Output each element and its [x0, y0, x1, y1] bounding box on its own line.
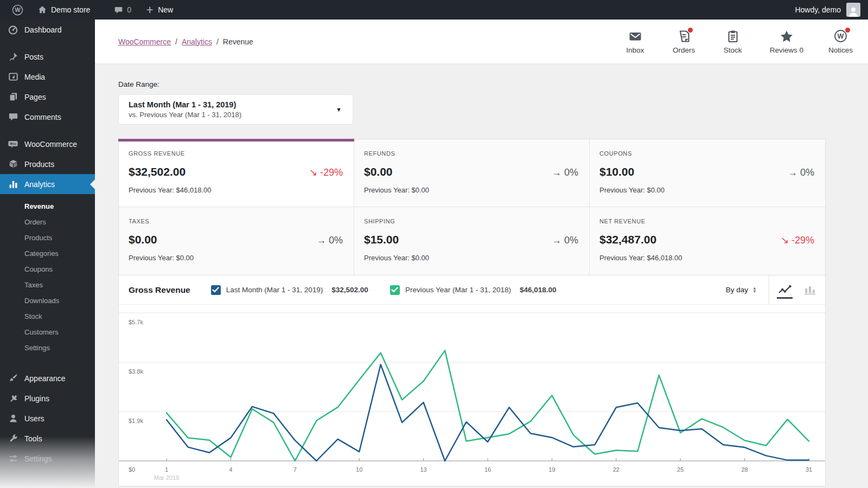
breadcrumb-current: Revenue: [223, 37, 253, 46]
legend-item-last-month-mar-1-31-2019[interactable]: Last Month (Mar 1 - 31, 2019) $32,502.00: [211, 285, 368, 295]
sidebar-item-label: Plugins: [24, 394, 49, 403]
breadcrumb-separator: /: [175, 37, 177, 46]
sidebar-item-label: Users: [24, 414, 44, 423]
sidebar-item-analytics[interactable]: Analytics: [0, 174, 95, 194]
activity-panel: Inbox Orders Stock Reviews 0 W Notices: [623, 29, 853, 54]
plus-icon: [145, 5, 154, 14]
avatar[interactable]: [846, 3, 860, 17]
legend-value: $32,502.00: [331, 286, 368, 294]
inbox-icon: [628, 29, 642, 43]
star-icon: [780, 29, 794, 43]
sidebar-item-products[interactable]: Products: [0, 154, 95, 174]
x-tick-label: 28: [741, 466, 748, 473]
summary-card-shipping[interactable]: Shipping $15.00 → 0% Previous Year: $0.0…: [354, 207, 590, 275]
summary-card-label: Refunds: [364, 150, 578, 157]
submenu-item-revenue[interactable]: Revenue: [0, 198, 95, 214]
submenu-item-categories[interactable]: Categories: [0, 246, 95, 261]
sidebar-item-settings[interactable]: Settings: [0, 448, 95, 468]
submenu-item-stock[interactable]: Stock: [0, 309, 95, 324]
series-line-previous-year-mar-1-31-2018: [167, 350, 809, 461]
activity-stock[interactable]: Stock: [721, 29, 745, 54]
user-icon: [8, 413, 18, 424]
date-range-secondary: vs. Previous Year (Mar 1 - 31, 2018): [129, 111, 241, 119]
revenue-chart[interactable]: $0$1.9k$3.8k$5.7k1Mar 201947101316192225…: [119, 305, 825, 486]
wordpress-logo-menu[interactable]: W: [5, 0, 30, 20]
sidebar-item-tools[interactable]: Tools: [0, 428, 95, 448]
trend-flat-icon: →: [552, 167, 561, 178]
site-menu[interactable]: Demo store: [31, 0, 97, 20]
sidebar-item-pages[interactable]: Pages: [0, 87, 95, 107]
submenu-item-settings[interactable]: Settings: [0, 340, 95, 356]
sidebar-item-plugins[interactable]: Plugins: [0, 388, 95, 408]
dashboard-icon: [8, 24, 18, 35]
chart-header: Gross Revenue Last Month (Mar 1 - 31, 20…: [119, 275, 825, 305]
x-tick-label: 7: [293, 466, 297, 473]
summary-card-coupons[interactable]: Coupons $10.00 → 0% Previous Year: $0.00: [590, 139, 825, 207]
trend-down-icon: ↘: [781, 235, 789, 246]
wp-logo-icon: W: [834, 29, 847, 43]
summary-card-value: $15.00: [364, 233, 399, 246]
submenu-item-coupons[interactable]: Coupons: [0, 261, 95, 277]
clipboard-icon: [727, 29, 739, 43]
chevron-down-icon: ▼: [336, 106, 342, 113]
summary-card-label: Net Revenue: [599, 218, 814, 224]
date-range-dropdown[interactable]: Last Month (Mar 1 - 31, 2019) vs. Previo…: [118, 94, 353, 125]
sidebar-item-comments[interactable]: Comments: [0, 107, 95, 127]
summary-card-previous: Previous Year: $46,018.00: [599, 254, 814, 262]
interval-value: By day: [726, 286, 748, 294]
breadcrumb-analytics-link[interactable]: Analytics: [182, 37, 212, 46]
submenu-item-taxes[interactable]: Taxes: [0, 277, 95, 293]
sliders-icon: [8, 453, 18, 464]
sidebar-main-menu: Dashboard Posts Media Pages Comments Woo…: [0, 20, 95, 194]
legend-item-previous-year-mar-1-31-2018[interactable]: Previous Year (Mar 1 - 31, 2018) $46,018…: [390, 285, 557, 295]
sort-arrows-icon: ▲▼: [752, 287, 757, 293]
activity-label: Stock: [724, 46, 742, 54]
sidebar-item-dashboard[interactable]: Dashboard: [0, 20, 95, 40]
interval-select[interactable]: By day ▲▼: [726, 286, 769, 294]
summary-card-gross-revenue[interactable]: Gross Revenue $32,502.00 ↘ -29% Previous…: [119, 139, 354, 207]
checkbox-checked-icon[interactable]: [211, 285, 221, 295]
summary-card-net-revenue[interactable]: Net Revenue $32,487.00 ↘ -29% Previous Y…: [590, 207, 825, 275]
x-tick-label: 19: [548, 466, 555, 473]
new-content-button[interactable]: New: [139, 0, 180, 20]
activity-orders[interactable]: Orders: [672, 29, 696, 54]
activity-notices[interactable]: W Notices: [828, 29, 853, 54]
summary-card-label: Coupons: [599, 150, 814, 157]
comments-shortcut[interactable]: 0: [107, 0, 138, 20]
submenu-item-customers[interactable]: Customers: [0, 324, 95, 340]
summary-card-change: → 0%: [316, 235, 343, 246]
x-tick-label: 25: [677, 466, 684, 473]
submenu-item-downloads[interactable]: Downloads: [0, 293, 95, 309]
activity-reviews-0[interactable]: Reviews 0: [770, 29, 803, 54]
activity-inbox[interactable]: Inbox: [623, 29, 647, 54]
sidebar-item-label: Dashboard: [24, 25, 62, 34]
activity-label: Orders: [673, 46, 695, 54]
line-chart-toggle-button[interactable]: [778, 285, 792, 295]
sidebar-item-label: Analytics: [24, 180, 55, 189]
sidebar-item-woocommerce[interactable]: Woo WooCommerce: [0, 134, 95, 154]
trend-down-icon: ↘: [309, 167, 317, 178]
x-tick-label: 1: [165, 466, 168, 473]
new-label: New: [158, 5, 173, 14]
summary-card-value: $32,502.00: [129, 165, 186, 178]
y-tick-label: $1.9k: [129, 418, 143, 424]
howdy-text[interactable]: Howdy, demo: [795, 5, 841, 14]
submenu-item-orders[interactable]: Orders: [0, 214, 95, 230]
unread-badge: [688, 28, 693, 33]
chart-type-toggle: [769, 275, 825, 305]
breadcrumb-woocommerce-link[interactable]: WooCommerce: [118, 37, 171, 46]
sidebar-item-appearance[interactable]: Appearance: [0, 368, 95, 388]
sidebar-item-posts[interactable]: Posts: [0, 47, 95, 67]
wordpress-logo-icon: W: [12, 4, 23, 16]
submenu-item-products[interactable]: Products: [0, 230, 95, 246]
bar-chart-toggle-button[interactable]: [803, 285, 816, 295]
summary-card-taxes[interactable]: Taxes $0.00 → 0% Previous Year: $0.00: [119, 207, 354, 275]
summary-card-value: $32,487.00: [599, 233, 656, 246]
x-tick-label: 22: [613, 466, 620, 473]
checkbox-checked-icon[interactable]: [390, 285, 400, 295]
y-tick-label: $3.8k: [129, 368, 143, 375]
sidebar-item-users[interactable]: Users: [0, 408, 95, 428]
unread-badge: [845, 28, 850, 33]
sidebar-item-media[interactable]: Media: [0, 67, 95, 87]
summary-card-refunds[interactable]: Refunds $0.00 → 0% Previous Year: $0.00: [354, 139, 590, 207]
